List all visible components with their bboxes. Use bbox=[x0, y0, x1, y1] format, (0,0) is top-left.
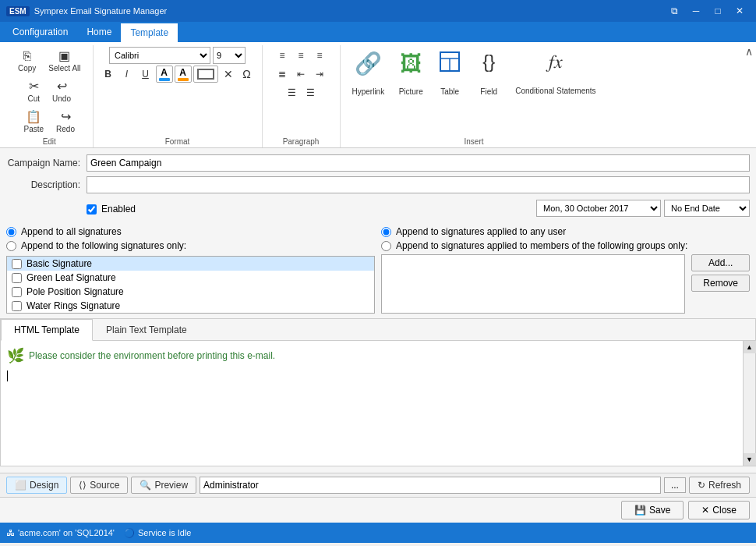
font-size-select[interactable]: 9 10 12 14 bbox=[213, 47, 246, 64]
sig-item-water-rings[interactable]: Water Rings Signature bbox=[7, 299, 374, 313]
user-input[interactable] bbox=[200, 477, 661, 494]
sig-pole-position-checkbox[interactable] bbox=[12, 287, 22, 297]
align-center-button[interactable]: ≡ bbox=[292, 47, 309, 64]
service-icon: 🔵 bbox=[124, 528, 135, 538]
align-left-button[interactable]: ≡ bbox=[274, 47, 291, 64]
close-window-button[interactable]: ✕ Close bbox=[688, 501, 750, 519]
align-right-button[interactable]: ≡ bbox=[311, 47, 328, 64]
restore-button[interactable]: ⧉ bbox=[664, 3, 684, 19]
enabled-label: Enabled bbox=[101, 204, 136, 214]
env-message: Please consider the environment before p… bbox=[29, 350, 275, 361]
text-color-button[interactable]: A bbox=[156, 66, 173, 83]
scroll-up-button[interactable]: ▲ bbox=[744, 341, 756, 353]
title-bar: ESM Symprex Email Signature Manager ⧉ ─ … bbox=[0, 0, 756, 22]
sig-basic-checkbox[interactable] bbox=[12, 259, 22, 269]
sig-green-leaf-checkbox[interactable] bbox=[12, 273, 22, 283]
refresh-button[interactable]: ↻ Refresh bbox=[689, 477, 750, 494]
ribbon-collapse-button[interactable]: ∧ bbox=[745, 45, 753, 58]
select-all-button[interactable]: ▣ Select All bbox=[43, 47, 86, 76]
enabled-checkbox[interactable] bbox=[87, 204, 97, 214]
editor-scrollbar: ▲ ▼ bbox=[743, 341, 755, 466]
design-button[interactable]: ⬜ Design bbox=[6, 477, 67, 494]
groups-panel bbox=[381, 254, 685, 314]
indent-decrease-button[interactable]: ⇤ bbox=[292, 66, 309, 83]
indent-increase-button[interactable]: ⇥ bbox=[311, 66, 328, 83]
redo-button[interactable]: ↪ Redo bbox=[51, 108, 80, 136]
menu-configuration[interactable]: Configuration bbox=[3, 22, 77, 42]
append-all-radio[interactable] bbox=[6, 227, 16, 237]
campaign-input[interactable] bbox=[87, 154, 750, 172]
hyperlink-icon: 🔗 bbox=[355, 51, 382, 76]
underline-button[interactable]: U bbox=[137, 66, 154, 83]
table-button[interactable]: Table bbox=[432, 47, 468, 100]
bullet-list-button[interactable]: ☰ bbox=[283, 84, 300, 101]
ellipsis-button[interactable]: ... bbox=[664, 477, 686, 493]
table-icon bbox=[439, 51, 461, 73]
menu-template[interactable]: Template bbox=[121, 22, 178, 42]
font-selector: Calibri Arial Times New Roman 9 10 12 14 bbox=[109, 47, 246, 64]
campaign-row: Campaign Name: bbox=[6, 154, 750, 172]
sig-green-leaf-label: Green Leaf Signature bbox=[26, 272, 116, 283]
ribbon-group-edit: ⎘ Copy ▣ Select All ✂ Cut ↩ Undo 📋 Paste bbox=[6, 45, 94, 147]
bottom-toolbar: ⬜ Design ⟨⟩ Source 🔍 Preview ... ↻ Refre… bbox=[0, 473, 756, 497]
save-button[interactable]: 💾 Save bbox=[621, 501, 684, 519]
highlight-color-button[interactable]: A bbox=[175, 66, 192, 83]
edit-group-label: Edit bbox=[6, 137, 93, 146]
ribbon-collapse-area: ∧ bbox=[745, 45, 753, 58]
date-row: Mon, 30 October 2017 No End Date bbox=[536, 200, 750, 217]
description-row: Description: bbox=[6, 176, 750, 193]
menu-bar: Configuration Home Template bbox=[0, 22, 756, 42]
sig-item-green-leaf[interactable]: Green Leaf Signature bbox=[7, 271, 374, 285]
field-button[interactable]: {} Field bbox=[471, 47, 507, 100]
copy-button[interactable]: ⎘ Copy bbox=[12, 47, 41, 76]
description-input[interactable] bbox=[87, 176, 750, 193]
source-icon: ⟨⟩ bbox=[79, 480, 87, 491]
paste-button[interactable]: 📋 Paste bbox=[19, 108, 50, 136]
end-date-select[interactable]: No End Date bbox=[664, 200, 750, 217]
border-button[interactable] bbox=[193, 66, 218, 83]
sig-item-basic[interactable]: Basic Signature bbox=[7, 257, 374, 271]
start-date-select[interactable]: Mon, 30 October 2017 bbox=[536, 200, 661, 217]
source-button[interactable]: ⟨⟩ Source bbox=[70, 477, 128, 494]
sig-item-pole-position[interactable]: Pole Position Signature bbox=[7, 285, 374, 299]
close-button[interactable]: ✕ bbox=[730, 3, 750, 19]
menu-home[interactable]: Home bbox=[77, 22, 121, 42]
cut-button[interactable]: ✂ Cut bbox=[23, 77, 46, 106]
picture-button[interactable]: 🖼 Picture bbox=[393, 47, 429, 100]
conditional-icon: 𝑓𝑥 bbox=[549, 51, 563, 73]
select-all-icon: ▣ bbox=[58, 50, 70, 62]
undo-button[interactable]: ↩ Undo bbox=[47, 77, 76, 106]
groups-area: Add... Remove bbox=[381, 254, 750, 314]
tab-plain-text-template[interactable]: Plain Text Template bbox=[93, 319, 200, 341]
bold-button[interactable]: B bbox=[100, 66, 117, 83]
justify-button[interactable]: ≣ bbox=[274, 66, 291, 83]
env-text-line: 🌿 Please consider the environment before… bbox=[7, 347, 740, 364]
append-groups-label: Append to signatures applied to members … bbox=[396, 240, 687, 251]
template-editor-area[interactable]: 🌿 Please consider the environment before… bbox=[1, 341, 755, 466]
clear-format-button[interactable]: ✕ bbox=[220, 66, 237, 83]
special-char-button[interactable]: Ω bbox=[238, 66, 256, 83]
preview-button[interactable]: 🔍 Preview bbox=[131, 477, 196, 494]
append-groups-radio[interactable] bbox=[381, 241, 391, 251]
italic-button[interactable]: I bbox=[118, 66, 136, 83]
append-following-radio[interactable] bbox=[6, 241, 16, 251]
options-right: Append to signatures applied to any user… bbox=[381, 226, 750, 314]
minimize-button[interactable]: ─ bbox=[686, 3, 706, 19]
font-family-select[interactable]: Calibri Arial Times New Roman bbox=[109, 47, 210, 64]
ribbon-group-paragraph: ≡ ≡ ≡ ≣ ⇤ ⇥ ☰ ☰ Paragraph bbox=[263, 45, 341, 147]
hyperlink-button[interactable]: 🔗 Hyperlink bbox=[347, 47, 390, 100]
service-status: 🔵 Service is Idle bbox=[124, 528, 191, 538]
remove-button[interactable]: Remove bbox=[691, 275, 750, 292]
description-label: Description: bbox=[6, 179, 80, 190]
add-button[interactable]: Add... bbox=[691, 254, 750, 271]
numbered-list-button[interactable]: ☰ bbox=[302, 84, 319, 101]
scroll-down-button[interactable]: ▼ bbox=[744, 453, 756, 466]
redo-icon: ↪ bbox=[61, 111, 71, 123]
sig-water-rings-checkbox[interactable] bbox=[12, 301, 22, 311]
main-content: Campaign Name: Description: Enabled Mon,… bbox=[0, 148, 756, 473]
tab-html-template[interactable]: HTML Template bbox=[1, 319, 93, 341]
template-tabs: HTML Template Plain Text Template bbox=[1, 319, 755, 341]
maximize-button[interactable]: □ bbox=[708, 3, 728, 19]
conditional-button[interactable]: 𝑓𝑥 Conditional Statements bbox=[510, 47, 601, 100]
append-any-user-radio[interactable] bbox=[381, 227, 391, 237]
